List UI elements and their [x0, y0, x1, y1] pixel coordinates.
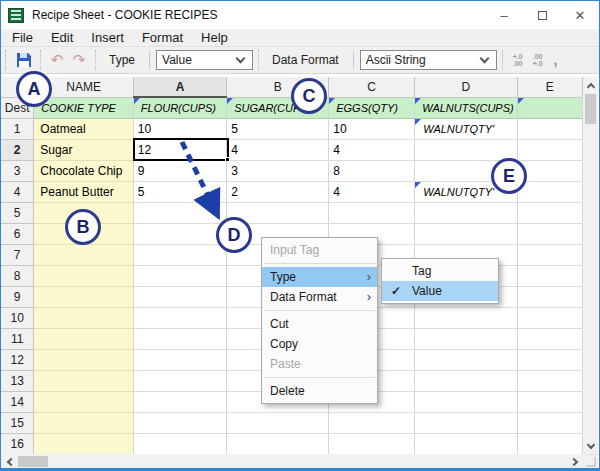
- row-header-7[interactable]: 7: [1, 244, 34, 265]
- column-header-e[interactable]: E: [517, 77, 582, 97]
- cell-b16[interactable]: [227, 433, 329, 454]
- cell-name-4[interactable]: Peanut Butter: [34, 181, 133, 202]
- menu-help[interactable]: Help: [192, 29, 237, 46]
- cell-d16[interactable]: [415, 433, 517, 454]
- cell-e14[interactable]: [517, 391, 582, 412]
- submenu-item-value[interactable]: ✓Value: [382, 281, 498, 301]
- tag-cell-d[interactable]: WALNUTS(CUPS): [415, 97, 517, 118]
- cell-a12[interactable]: [133, 349, 226, 370]
- cell-d1[interactable]: WALNUTQTY': [415, 118, 517, 139]
- context-menu-item-delete[interactable]: Delete: [262, 381, 377, 401]
- cell-d14[interactable]: [415, 391, 517, 412]
- row-header-8[interactable]: 8: [1, 265, 34, 286]
- cell-b2[interactable]: 4: [227, 139, 329, 160]
- row-header-1[interactable]: 1: [1, 118, 34, 139]
- cell-e3[interactable]: [517, 160, 582, 181]
- cell-a15[interactable]: [133, 412, 226, 433]
- menu-file[interactable]: File: [3, 29, 42, 46]
- context-menu-item-type[interactable]: Type›: [262, 267, 377, 287]
- scroll-down-button[interactable]: [583, 438, 598, 454]
- horizontal-scrollbar[interactable]: [1, 454, 583, 469]
- maximize-button[interactable]: [523, 1, 561, 29]
- cell-e11[interactable]: [517, 328, 582, 349]
- cell-name-10[interactable]: [34, 307, 133, 328]
- row-header-10[interactable]: 10: [1, 307, 34, 328]
- tag-cell-c[interactable]: EGGS(QTY): [329, 97, 415, 118]
- cell-b4[interactable]: 2: [227, 181, 329, 202]
- row-header-13[interactable]: 13: [1, 370, 34, 391]
- cell-e5[interactable]: [517, 202, 582, 223]
- cell-e2[interactable]: [517, 139, 582, 160]
- row-header-2[interactable]: 2: [1, 139, 34, 160]
- cell-b1[interactable]: 5: [227, 118, 329, 139]
- cell-name-1[interactable]: Oatmeal: [34, 118, 133, 139]
- cell-e9[interactable]: [517, 286, 582, 307]
- cell-a11[interactable]: [133, 328, 226, 349]
- tag-cell-a[interactable]: FLOUR(CUPS): [133, 97, 226, 118]
- cell-a2[interactable]: 12: [133, 139, 226, 160]
- menu-insert[interactable]: Insert: [82, 29, 133, 46]
- cell-a10[interactable]: [133, 307, 226, 328]
- cell-a13[interactable]: [133, 370, 226, 391]
- cell-b3[interactable]: 3: [227, 160, 329, 181]
- tag-cell-name[interactable]: COOKIE TYPE: [34, 97, 133, 118]
- cell-e1[interactable]: [517, 118, 582, 139]
- cell-d15[interactable]: [415, 412, 517, 433]
- submenu-item-tag[interactable]: Tag: [382, 261, 498, 281]
- cell-c15[interactable]: [329, 412, 415, 433]
- cell-e8[interactable]: [517, 265, 582, 286]
- close-button[interactable]: ✕: [561, 1, 599, 29]
- cell-d11[interactable]: [415, 328, 517, 349]
- cell-name-8[interactable]: [34, 265, 133, 286]
- cell-name-7[interactable]: [34, 244, 133, 265]
- undo-button[interactable]: ↶: [46, 49, 68, 71]
- row-header-3[interactable]: 3: [1, 160, 34, 181]
- vertical-scrollbar[interactable]: [583, 77, 598, 454]
- cell-d2[interactable]: [415, 139, 517, 160]
- cell-a3[interactable]: 9: [133, 160, 226, 181]
- cell-d5[interactable]: [415, 202, 517, 223]
- column-header-c[interactable]: C: [329, 77, 415, 97]
- cell-e12[interactable]: [517, 349, 582, 370]
- thousands-separator-button[interactable]: ,: [548, 52, 564, 68]
- cell-name-16[interactable]: [34, 433, 133, 454]
- cell-e15[interactable]: [517, 412, 582, 433]
- tag-cell-e[interactable]: [517, 97, 582, 118]
- scroll-left-button[interactable]: [1, 454, 17, 469]
- cell-c16[interactable]: [329, 433, 415, 454]
- row-header-4[interactable]: 4: [1, 181, 34, 202]
- scroll-right-button[interactable]: [567, 454, 583, 469]
- cell-c5[interactable]: [329, 202, 415, 223]
- save-button[interactable]: [13, 49, 35, 71]
- menu-format[interactable]: Format: [133, 29, 192, 46]
- cell-a4[interactable]: 5: [133, 181, 226, 202]
- cell-d10[interactable]: [415, 307, 517, 328]
- cell-name-2[interactable]: Sugar: [34, 139, 133, 160]
- decrease-decimal-button[interactable]: .00 +.0: [528, 53, 548, 67]
- cell-a7[interactable]: [133, 244, 226, 265]
- cell-c4[interactable]: 4: [329, 181, 415, 202]
- cell-name-11[interactable]: [34, 328, 133, 349]
- cell-name-14[interactable]: [34, 391, 133, 412]
- column-header-d[interactable]: D: [415, 77, 517, 97]
- cell-c3[interactable]: 8: [329, 160, 415, 181]
- cell-a9[interactable]: [133, 286, 226, 307]
- row-header-16[interactable]: 16: [1, 433, 34, 454]
- row-header-6[interactable]: 6: [1, 223, 34, 244]
- row-header-12[interactable]: 12: [1, 349, 34, 370]
- cell-name-12[interactable]: [34, 349, 133, 370]
- cell-d13[interactable]: [415, 370, 517, 391]
- cell-a8[interactable]: [133, 265, 226, 286]
- cell-name-3[interactable]: Chocolate Chip: [34, 160, 133, 181]
- resize-grip[interactable]: [583, 454, 598, 469]
- context-menu-item-data-format[interactable]: Data Format›: [262, 287, 377, 307]
- context-menu-item-paste[interactable]: Paste: [262, 354, 377, 374]
- row-header-5[interactable]: 5: [1, 202, 34, 223]
- cell-a5[interactable]: [133, 202, 226, 223]
- cell-e13[interactable]: [517, 370, 582, 391]
- scroll-up-button[interactable]: [583, 77, 598, 93]
- cell-a14[interactable]: [133, 391, 226, 412]
- context-menu-item-copy[interactable]: Copy: [262, 334, 377, 354]
- cell-name-9[interactable]: [34, 286, 133, 307]
- data-format-select[interactable]: Ascii String: [360, 50, 497, 70]
